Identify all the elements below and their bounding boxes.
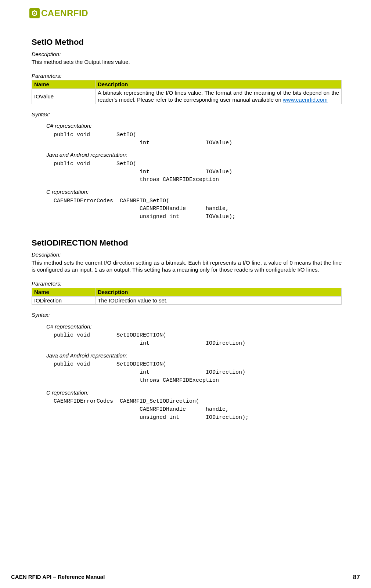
param-name-cell: IODirection — [32, 296, 96, 305]
method2-params-table: Name Description IODirection The IODirec… — [32, 288, 342, 305]
param-name-cell: IOValue — [32, 88, 96, 104]
table-row: IOValue A bitmask representing the I/O l… — [32, 88, 342, 104]
brand-logo-icon — [29, 8, 40, 18]
param-desc-cell: The IODirection value to set. — [96, 296, 342, 305]
method2-desc-label: Description: — [32, 251, 342, 258]
method2-title: SetIODIRECTION Method — [32, 238, 342, 248]
table-header-desc: Description — [96, 288, 342, 297]
method2-csharp-label: C# representation: — [46, 323, 342, 330]
method1-csharp-code: public void SetIO( int IOValue) — [54, 131, 342, 147]
table-row: IODirection The IODirection value to set… — [32, 296, 342, 305]
method1-title: SetIO Method — [32, 37, 342, 48]
method1-c-code: CAENRFIDErrorCodes CAENRFID_SetIO( CAENR… — [54, 197, 342, 221]
method2-desc-text: This method sets the current I/O directi… — [32, 259, 342, 273]
method1-params-table: Name Description IOValue A bitmask repre… — [32, 80, 342, 104]
method2-c-code: CAENRFIDErrorCodes CAENRFID_SetIODirecti… — [54, 398, 342, 421]
method1-params-label: Parameters: — [32, 72, 342, 80]
method2-java-label: Java and Android representation: — [46, 352, 342, 359]
method1-csharp-label: C# representation: — [46, 122, 342, 130]
method2-params-label: Parameters: — [32, 280, 342, 287]
method1-c-label: C representation: — [46, 188, 342, 196]
method1-java-label: Java and Android representation: — [46, 151, 342, 159]
method1-desc-label: Description: — [32, 51, 342, 58]
method2-csharp-code: public void SetIODIRECTION( int IODirect… — [54, 331, 342, 348]
param-desc-cell: A bitmask representing the I/O lines val… — [96, 88, 342, 104]
brand-logo: CAENRFID — [29, 7, 342, 19]
brand-logo-text: CAENRFID — [41, 7, 88, 19]
method2-java-code: public void SetIODIRECTION( int IODirect… — [54, 360, 342, 384]
method2-syntax-label: Syntax: — [32, 311, 342, 319]
caenrfid-link[interactable]: www.caenrfid.com — [283, 97, 328, 103]
method1-syntax-label: Syntax: — [32, 111, 342, 118]
table-header-name: Name — [32, 80, 96, 89]
table-header-desc: Description — [96, 80, 342, 89]
method1-java-code: public void SetIO( int IOValue) throws C… — [54, 160, 342, 184]
table-header-name: Name — [32, 288, 96, 297]
method1-desc-text: This method sets the Output lines value. — [32, 58, 342, 66]
method2-c-label: C representation: — [46, 389, 342, 396]
